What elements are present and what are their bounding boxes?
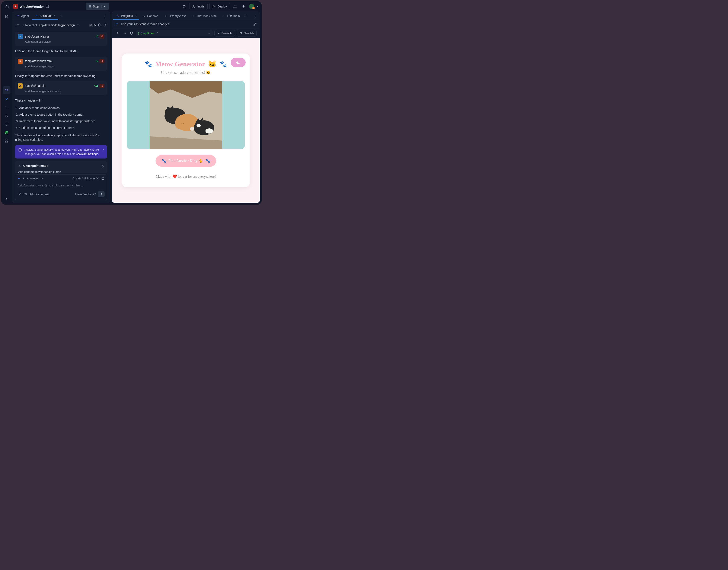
deploy-button[interactable]: Deploy — [209, 3, 230, 10]
new-tab-label: New tab — [244, 32, 254, 35]
apps-rail-icon[interactable] — [3, 137, 10, 145]
file-name: static/css/style.css — [25, 34, 49, 39]
stop-label: Stop — [93, 5, 99, 8]
project-name[interactable]: ✦ WhiskerWonder — [13, 4, 49, 9]
search-icon[interactable] — [181, 3, 188, 10]
back-icon[interactable] — [115, 30, 120, 36]
chevron-down-icon[interactable] — [77, 24, 79, 26]
tab-assistant[interactable]: Assistant × — [32, 12, 58, 20]
url-domain: {...}.replit.dev — [138, 32, 154, 35]
help-rail-icon[interactable] — [3, 197, 10, 205]
tab-agent[interactable]: Agent — [13, 13, 32, 19]
tab-diff-label: Diff: style.css — [169, 14, 186, 18]
add-file-context-button[interactable]: Add file context — [29, 193, 49, 196]
tab-assistant-label: Assistant — [40, 14, 52, 17]
tab-diff-main[interactable]: Diff: main — [220, 13, 243, 19]
maximize-icon[interactable] — [253, 22, 257, 26]
tab-console-label: Console — [147, 14, 158, 18]
gauge-icon[interactable] — [98, 23, 101, 27]
invite-label: Invite — [197, 5, 204, 8]
stop-button[interactable]: Stop — [86, 3, 109, 10]
console-rail-icon[interactable] — [3, 103, 10, 111]
new-chat-button[interactable]: + New chat — [22, 23, 37, 27]
close-icon[interactable]: × — [135, 14, 136, 17]
chevron-down-icon[interactable] — [256, 5, 259, 8]
find-kitty-button[interactable]: 🐾 Find Another Kitty 🐈 🐾 — [156, 155, 216, 167]
file-change-desc: Add dark mode styles — [25, 40, 104, 44]
svg-point-26 — [19, 178, 20, 179]
theme-toggle-button[interactable] — [231, 58, 246, 67]
url-input[interactable]: {...}.replit.dev / → — [136, 30, 213, 36]
file-change-card[interactable]: # static/css/style.css +8 -0 Add dark mo… — [15, 32, 107, 46]
chevron-down-icon[interactable] — [101, 5, 106, 8]
tab-console[interactable]: Console — [139, 13, 161, 19]
svg-point-48 — [197, 124, 201, 127]
devtools-button[interactable]: Devtools — [214, 30, 235, 36]
new-tab-button[interactable]: New tab — [237, 30, 257, 36]
project-name-text: WhiskerWonder — [20, 5, 44, 8]
file-name: templates/index.html — [25, 59, 52, 63]
history-icon[interactable] — [15, 22, 20, 27]
url-path: / — [157, 32, 158, 35]
gear-icon[interactable] — [103, 23, 107, 27]
new-tab-button[interactable]: + — [243, 13, 249, 19]
svg-point-2 — [193, 5, 194, 6]
paw-icon: 🐾 — [145, 61, 152, 68]
tab-diff-style[interactable]: Diff: style.css — [161, 13, 189, 19]
home-icon[interactable] — [4, 3, 11, 10]
assistant-message: Let's add the theme toggle button to the… — [15, 49, 107, 53]
preview-subtitle: Click to see adorable kitties! 🐱 — [127, 70, 245, 75]
deletions-badge: -0 — [99, 34, 104, 39]
monitor-rail-icon[interactable] — [3, 120, 10, 128]
file-change-card[interactable]: <> templates/index.html +6 -1 Add theme … — [15, 56, 107, 71]
message-input[interactable]: Ask Assistant, use @ to include specific… — [15, 182, 107, 189]
chat-body[interactable]: # static/css/style.css +8 -0 Add dark mo… — [12, 30, 110, 173]
send-button[interactable] — [98, 191, 104, 197]
svg-point-22 — [105, 25, 105, 25]
shell-rail-icon[interactable] — [3, 112, 10, 119]
tab-diff-label: Diff: main — [227, 14, 240, 18]
files-rail-icon[interactable] — [3, 13, 10, 20]
svg-point-7 — [7, 90, 8, 91]
invite-button[interactable]: Invite — [189, 3, 208, 10]
moon-icon — [236, 60, 240, 65]
agent-rail-icon[interactable] — [3, 86, 10, 94]
close-icon[interactable]: × — [53, 14, 55, 17]
new-tab-button[interactable]: + — [58, 13, 64, 19]
sparkle-icon[interactable] — [240, 3, 247, 10]
model-name[interactable]: Claude 3.5 Sonnet V2 — [72, 177, 100, 180]
globe-rail-icon[interactable] — [3, 129, 10, 136]
info-icon[interactable] — [101, 177, 104, 180]
tab-overflow-menu[interactable]: ⋮ — [252, 14, 258, 18]
svg-point-4 — [6, 89, 7, 89]
preview-viewport[interactable]: 🐾 Meow Generator 🐱 🐾 Click to see adorab… — [112, 38, 260, 203]
svg-point-28 — [165, 16, 166, 16]
paw-icon: 🐾 — [162, 159, 166, 163]
avatar[interactable]: + — [249, 3, 255, 9]
file-change-card[interactable]: JS static/js/main.js +15 -0 Add theme to… — [15, 81, 107, 95]
avatar-plus-badge: + — [252, 7, 255, 9]
svg-point-30 — [224, 16, 224, 16]
arrow-right-icon[interactable]: → — [208, 32, 211, 35]
assistant-rail-icon[interactable] — [3, 95, 10, 102]
attach-icon[interactable] — [17, 193, 21, 196]
feedback-link[interactable]: Have feedback? — [75, 193, 96, 196]
tab-diff-index[interactable]: Diff: index.html — [189, 13, 220, 19]
assistant-settings-link[interactable]: Assistant Settings — [76, 152, 98, 156]
tab-overflow-menu[interactable]: ⋮ — [102, 14, 108, 18]
forward-icon[interactable] — [122, 30, 128, 36]
checkpoint-card: Checkpoint made Add dark mode with toggl… — [15, 161, 107, 173]
gauge-icon[interactable] — [100, 164, 104, 168]
tab-progress[interactable]: Progress × — [113, 12, 139, 20]
reload-icon[interactable] — [129, 30, 134, 36]
chat-title[interactable]: app dark mode toggle design — [39, 23, 75, 27]
layout-icon[interactable] — [46, 5, 49, 8]
bell-icon[interactable] — [232, 3, 239, 10]
folder-add-icon[interactable] — [23, 193, 27, 196]
close-icon[interactable]: × — [102, 148, 104, 152]
chevron-down-icon[interactable] — [41, 177, 43, 180]
advanced-toggle[interactable]: Advanced — [27, 177, 39, 180]
js-file-icon: JS — [18, 83, 23, 88]
checkpoint-title: Checkpoint made — [23, 164, 48, 168]
list-item: 3. Implement theme switching with local … — [16, 119, 107, 123]
